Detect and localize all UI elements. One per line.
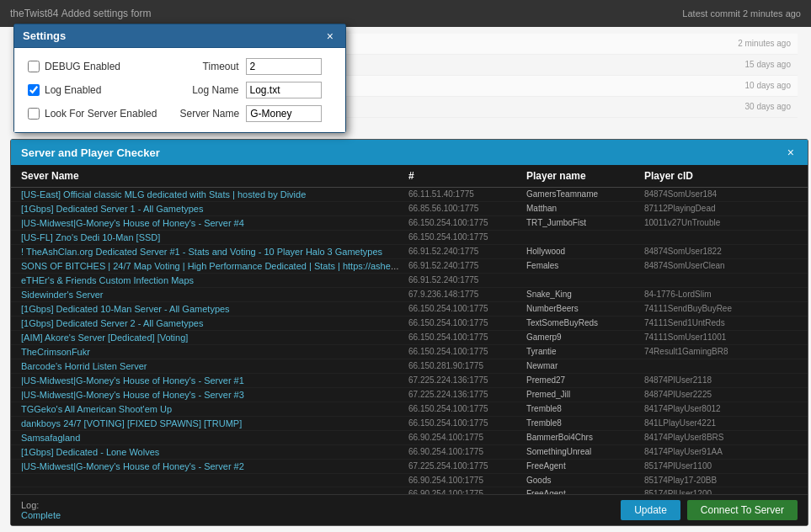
td-player-id: 84874SomUser184 (641, 189, 801, 200)
td-ip: 66.150.254.100:1775 (405, 303, 523, 315)
server-name-link[interactable]: SONS OF BITCHES | 24/7 Map Voting | High… (21, 261, 405, 271)
debug-enabled-label: DEBUG Enabled (45, 61, 120, 72)
log-enabled-checkbox[interactable] (28, 84, 40, 96)
td-server-name: Sidewinder's Server (18, 289, 405, 301)
td-ip: 66.150.281.90:1775 (405, 360, 523, 372)
td-server-name: [US-East] Official classic MLG dedicated… (18, 189, 405, 200)
timeout-row: Timeout (180, 58, 333, 75)
server-name-link[interactable]: Barcode's Horrid Listen Server (21, 361, 147, 371)
look-for-server-checkbox[interactable] (28, 108, 40, 120)
connect-button[interactable]: Connect To Server (687, 500, 798, 520)
settings-title: Settings (23, 29, 66, 42)
td-player-name: Matthan (523, 203, 641, 215)
log-enabled-row: Log Enabled (28, 82, 180, 98)
td-ip: 66.90.254.100:1775 (405, 432, 523, 444)
table-row[interactable]: Barcode's Horrid Listen Server66.150.281… (11, 359, 808, 374)
action-buttons: Update Connect To Server (621, 500, 798, 520)
td-player-id: 84874SomUser1822 (641, 246, 801, 258)
table-row[interactable]: [1Gbps] Dedicated - Lone Wolves66.90.254… (11, 445, 808, 460)
td-player-name: NumberBeers (523, 303, 641, 315)
server-name-link[interactable]: TGGeko's All American Shoot'em Up (21, 404, 172, 414)
server-name-link[interactable]: TheCrimsonFukr (21, 347, 90, 357)
table-row[interactable]: [AIM] Akore's Server [Dedicated] [Voting… (11, 331, 808, 345)
table-row[interactable]: Samsafagland66.90.254.100:1775BammerBoi4… (11, 431, 808, 445)
log-name-input[interactable] (246, 82, 322, 98)
td-player-id (641, 231, 801, 243)
settings-dialog: Settings × DEBUG Enabled Timeout Log Ena… (13, 24, 346, 133)
td-ip: 66.150.254.100:1775 (405, 317, 523, 329)
bg-commit-time: Latest commit 2 minutes ago (682, 8, 801, 19)
table-row[interactable]: dankboys 24/7 [VOTING] [FIXED SPAWNS] [T… (11, 417, 808, 431)
td-ip: 66.85.56.100:1775 (405, 203, 523, 215)
server-name-link[interactable]: Sidewinder's Server (21, 290, 103, 300)
td-server-name: SONS OF BITCHES | 24/7 Map Voting | High… (18, 260, 405, 272)
server-name-input[interactable] (246, 105, 322, 122)
server-name-link[interactable]: dankboys 24/7 [VOTING] [FIXED SPAWNS] [T… (21, 418, 242, 428)
table-row[interactable]: [US-East] Official classic MLG dedicated… (11, 188, 808, 202)
td-player-name: Tremble8 (523, 418, 641, 429)
table-row[interactable]: |US-Midwest|G-Money's House of Honey's -… (11, 388, 808, 402)
server-name-link[interactable]: |US-Midwest|G-Money's House of Honey's -… (21, 461, 244, 471)
td-player-id: 84874PlUser2225 (641, 389, 801, 401)
server-name-link[interactable]: eTHEr's & Friends Custom Infection Maps (21, 275, 194, 285)
td-server-name: |US-Midwest|G-Money's House of Honey's -… (18, 389, 405, 401)
server-name-link[interactable]: [AIM] Akore's Server [Dedicated] [Voting… (21, 332, 188, 343)
td-player-id: 84874SomUserClean (641, 260, 801, 272)
bottom-bar: Log: Complete Update Connect To Server (11, 494, 808, 525)
td-player-id: 841LPlayUser4221 (641, 418, 801, 429)
table-row[interactable]: Sidewinder's Server67.9.236.148:1775Snak… (11, 288, 808, 302)
th-hash: # (405, 168, 523, 184)
app-close-button[interactable]: × (784, 146, 798, 159)
td-player-id: 84174PlayUser91AA (641, 446, 801, 458)
debug-enabled-checkbox[interactable] (28, 61, 40, 72)
table-row[interactable]: [1Gbps] Dedicated Server 2 - All Gametyp… (11, 317, 808, 331)
app-title-bar: Server and Player Checker × (11, 140, 808, 165)
table-row[interactable]: 66.90.254.100:1775FreeAgent85174PlUser12… (11, 487, 808, 494)
td-player-name: Newmar (523, 360, 641, 372)
timeout-label: Timeout (180, 61, 239, 72)
td-player-id: 85174PlUser1100 (641, 460, 801, 472)
server-name-link[interactable]: [US-East] Official classic MLG dedicated… (21, 189, 306, 200)
td-ip: 66.90.254.100:1775 (405, 475, 523, 486)
update-button[interactable]: Update (621, 500, 680, 520)
server-name-link[interactable]: Samsafagland (21, 433, 80, 443)
td-player-name: FreeAgent (523, 488, 641, 494)
table-row[interactable]: |US-Midwest|G-Money's House of Honey's -… (11, 374, 808, 388)
td-player-name: BammerBoi4Chrs (523, 432, 641, 444)
settings-close-button[interactable]: × (323, 30, 337, 42)
td-player-name: FreeAgent (523, 460, 641, 472)
server-name-link[interactable]: [1Gbps] Dedicated 10-Man Server - All Ga… (21, 304, 230, 314)
td-player-id: 87112PlayingDead (641, 203, 801, 215)
table-row[interactable]: |US-Midwest|G-Money's House of Honey's -… (11, 460, 808, 474)
td-ip: 67.225.254.100:1775 (405, 460, 523, 472)
server-name-link[interactable]: ! TheAshClan.org Dedicated Server #1 - S… (21, 247, 382, 257)
table-row[interactable]: |US-Midwest|G-Money's House of Honey's -… (11, 216, 808, 231)
server-name-link[interactable]: [US-FL] Zno's Dedi 10-Man [SSD] (21, 232, 160, 242)
table-row[interactable]: TGGeko's All American Shoot'em Up66.150.… (11, 402, 808, 417)
td-server-name: TGGeko's All American Shoot'em Up (18, 403, 405, 415)
server-name-link[interactable]: [1Gbps] Dedicated Server 1 - All Gametyp… (21, 204, 203, 214)
table-row[interactable]: TheCrimsonFukr66.150.254.100:1775Tyranti… (11, 345, 808, 359)
td-player-name (523, 274, 641, 286)
td-ip: 66.150.254.100:1775 (405, 217, 523, 229)
table-header: Sever Name # Player name Player cID (11, 165, 808, 188)
server-name-link[interactable]: |US-Midwest|G-Money's House of Honey's -… (21, 375, 244, 386)
table-body[interactable]: [US-East] Official classic MLG dedicated… (11, 188, 808, 494)
td-player-name: Snake_King (523, 289, 641, 301)
td-player-id (641, 274, 801, 286)
server-name-link[interactable]: [1Gbps] Dedicated Server 2 - All Gametyp… (21, 318, 203, 328)
server-name-link[interactable]: |US-Midwest|G-Money's House of Honey's -… (21, 218, 244, 228)
timeout-input[interactable] (246, 58, 322, 75)
table-row[interactable]: ! TheAshClan.org Dedicated Server #1 - S… (11, 245, 808, 259)
server-name-link[interactable]: [1Gbps] Dedicated - Lone Wolves (21, 447, 159, 457)
server-name-link[interactable]: |US-Midwest|G-Money's House of Honey's -… (21, 390, 244, 400)
table-row[interactable]: SONS OF BITCHES | 24/7 Map Voting | High… (11, 259, 808, 274)
table-row[interactable]: [1Gbps] Dedicated Server 1 - All Gametyp… (11, 202, 808, 216)
td-player-id: 84874PlUser2118 (641, 375, 801, 386)
td-server-name: [1Gbps] Dedicated - Lone Wolves (18, 446, 405, 458)
table-row[interactable]: eTHEr's & Friends Custom Infection Maps6… (11, 274, 808, 288)
table-row[interactable]: [US-FL] Zno's Dedi 10-Man [SSD]66.150.25… (11, 231, 808, 245)
table-row[interactable]: 66.90.254.100:1775Goods85174Play17-20BB (11, 474, 808, 487)
td-server-name: |US-Midwest|G-Money's House of Honey's -… (18, 217, 405, 229)
table-row[interactable]: [1Gbps] Dedicated 10-Man Server - All Ga… (11, 302, 808, 317)
